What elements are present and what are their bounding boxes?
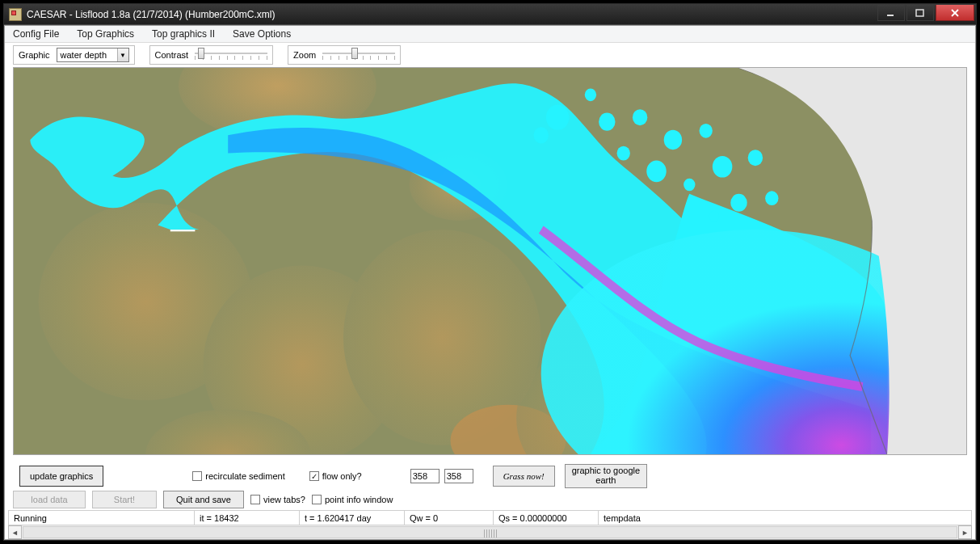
toolbar-graphic-group: Graphic water depth ▼	[13, 45, 135, 65]
svg-point-11	[599, 113, 615, 131]
recirculate-sediment-checkbox[interactable]: recirculate sediment	[192, 471, 284, 481]
chevron-down-icon: ▼	[117, 48, 128, 61]
svg-point-20	[617, 146, 630, 161]
menu-top-graphics[interactable]: Top Graphics	[74, 27, 137, 40]
status-iterations: it = 18432	[195, 511, 300, 525]
toolbar-zoom-group: Zoom	[288, 45, 401, 65]
checkbox-icon	[250, 495, 260, 504]
graphic-select[interactable]: water depth ▼	[57, 48, 129, 62]
bottom-panel: update graphics recirculate sediment ✓ f…	[5, 455, 975, 539]
zoom-label: Zoom	[293, 50, 316, 60]
scroll-thumb[interactable]	[23, 526, 957, 538]
contrast-label: Contrast	[155, 50, 189, 60]
status-time: t = 1.620417 day	[300, 511, 405, 525]
window-title: CAESAR - Lisflood 1.8a (21/7/2014) (Humb…	[27, 9, 876, 20]
svg-point-15	[713, 156, 732, 178]
close-button[interactable]	[936, 5, 974, 21]
svg-rect-1	[916, 10, 923, 16]
svg-point-21	[585, 89, 596, 102]
svg-point-16	[748, 150, 763, 166]
svg-point-23	[534, 127, 549, 143]
toolbar: Graphic water depth ▼ Contrast Zoom	[5, 43, 975, 67]
point-info-label: point info window	[325, 495, 393, 504]
numeric-input-1[interactable]: 358	[410, 469, 440, 483]
menu-save-options[interactable]: Save Options	[229, 27, 294, 40]
svg-point-18	[765, 191, 778, 205]
status-tempdata: tempdata	[599, 511, 971, 525]
svg-point-13	[664, 130, 682, 150]
minimize-icon	[886, 9, 896, 17]
view-tabs-checkbox[interactable]: view tabs?	[250, 495, 305, 504]
zoom-slider[interactable]	[322, 48, 395, 62]
update-graphics-button[interactable]: update graphics	[19, 466, 103, 487]
graphic-to-google-earth-button[interactable]: graphic to google earth	[565, 464, 647, 488]
point-info-checkbox[interactable]: point info window	[312, 495, 393, 504]
app-icon	[9, 8, 22, 21]
graphic-select-value: water depth	[61, 50, 107, 60]
status-qs: Qs = 0.00000000	[494, 511, 599, 525]
minimize-button[interactable]	[877, 5, 905, 21]
view-tabs-label: view tabs?	[263, 495, 305, 504]
scroll-right-icon[interactable]: ►	[958, 525, 972, 539]
maximize-button[interactable]	[906, 5, 934, 21]
menu-config-file[interactable]: Config File	[10, 27, 62, 40]
status-qw: Qw = 0	[405, 511, 494, 525]
flow-only-label: flow only?	[322, 471, 362, 481]
svg-point-19	[646, 160, 666, 182]
status-running: Running	[9, 511, 195, 525]
maximize-icon	[915, 9, 925, 17]
checkbox-icon: ✓	[309, 471, 319, 481]
svg-point-25	[709, 211, 719, 221]
svg-point-24	[683, 179, 695, 192]
contrast-slider[interactable]	[195, 48, 267, 62]
client-area: Config File Top Graphics Top graphics II…	[4, 25, 976, 540]
svg-point-14	[700, 124, 713, 138]
menubar: Config File Top Graphics Top graphics II…	[5, 26, 975, 43]
map-svg	[14, 68, 966, 454]
numeric-input-2[interactable]: 358	[444, 469, 473, 483]
quit-and-save-button[interactable]: Quit and save	[163, 491, 244, 508]
flow-only-checkbox[interactable]: ✓ flow only?	[309, 471, 362, 481]
checkbox-icon	[312, 495, 322, 504]
checkbox-icon	[192, 471, 202, 481]
graphic-label: Graphic	[19, 50, 50, 60]
svg-rect-0	[887, 15, 894, 16]
svg-point-22	[546, 105, 570, 130]
svg-rect-26	[170, 230, 196, 231]
scroll-left-icon[interactable]: ◄	[8, 525, 22, 539]
bottom-row-2: load data Start! Quit and save view tabs…	[13, 489, 967, 510]
recirculate-sediment-label: recirculate sediment	[205, 471, 284, 481]
svg-point-17	[730, 194, 747, 212]
toolbar-contrast-group: Contrast	[149, 45, 274, 65]
menu-top-graphics-2[interactable]: Top graphics II	[149, 27, 218, 40]
window-frame: CAESAR - Lisflood 1.8a (21/7/2014) (Humb…	[0, 0, 980, 544]
horizontal-scrollbar[interactable]: ◄ ►	[8, 525, 972, 539]
titlebar[interactable]: CAESAR - Lisflood 1.8a (21/7/2014) (Humb…	[4, 4, 976, 25]
window-controls	[876, 5, 974, 21]
load-data-button[interactable]: load data	[13, 491, 86, 508]
start-button[interactable]: Start!	[92, 491, 157, 508]
svg-point-12	[633, 109, 647, 125]
window-inner: CAESAR - Lisflood 1.8a (21/7/2014) (Humb…	[3, 3, 977, 541]
bottom-row-1: update graphics recirculate sediment ✓ f…	[13, 463, 967, 489]
grass-now-button[interactable]: Grass now!	[493, 466, 555, 487]
map-canvas[interactable]	[13, 67, 967, 455]
status-bar: Running it = 18432 t = 1.620417 day Qw =…	[8, 510, 972, 525]
close-icon	[950, 9, 960, 17]
google-earth-line2: earth	[595, 476, 616, 486]
